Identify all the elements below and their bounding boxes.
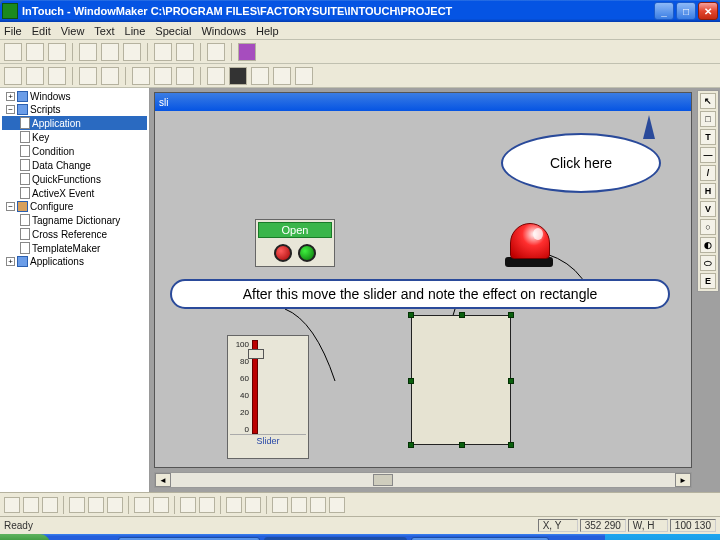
ellipse-tool-icon[interactable]: ⬭ [700,255,716,271]
snap-icon[interactable] [329,497,345,513]
slider-widget[interactable]: 100 80 60 40 20 0 Slider [227,335,309,459]
paste-icon[interactable] [123,43,141,61]
text-tool-icon[interactable]: T [700,129,716,145]
italic-icon[interactable] [26,67,44,85]
flipv-icon[interactable] [310,497,326,513]
open-panel[interactable]: Open [255,219,335,267]
document-titlebar[interactable]: sli [155,93,691,111]
tree-activex[interactable]: ActiveX Event [2,186,147,200]
menu-edit[interactable]: Edit [32,25,51,37]
minimize-button[interactable]: _ [654,2,674,20]
fontsize-up-icon[interactable] [79,67,97,85]
hsegment-tool-icon[interactable]: H [700,183,716,199]
resize-handle-ne[interactable] [508,312,514,318]
tree-key[interactable]: Key [2,130,147,144]
arc-tool-icon[interactable]: ◐ [700,237,716,253]
underline-icon[interactable] [48,67,66,85]
tree-quickfunctions[interactable]: QuickFunctions [2,172,147,186]
fontsize-down-icon[interactable] [101,67,119,85]
scroll-right-icon[interactable]: ► [675,473,691,487]
tree-datachange[interactable]: Data Change [2,158,147,172]
resize-handle-sw[interactable] [408,442,414,448]
menu-view[interactable]: View [61,25,85,37]
led-green-icon[interactable] [298,244,316,262]
document-window: sli Click here Open [154,92,692,468]
align-left-icon[interactable] [132,67,150,85]
distribute-h-icon[interactable] [134,497,150,513]
save-icon[interactable] [48,43,66,61]
rotate-icon[interactable] [272,497,288,513]
open-button[interactable]: Open [258,222,332,238]
tree-tagname[interactable]: Tagname Dictionary [2,213,147,227]
align-bottom-icon[interactable] [42,497,58,513]
fillcolor-icon[interactable] [229,67,247,85]
menu-file[interactable]: File [4,25,22,37]
menu-text[interactable]: Text [94,25,114,37]
alarm-light[interactable] [505,223,555,273]
distribute-v-icon[interactable] [153,497,169,513]
rect-tool-icon[interactable]: □ [700,111,716,127]
tree-condition[interactable]: Condition [2,144,147,158]
copy-icon[interactable] [79,43,97,61]
resize-handle-nw[interactable] [408,312,414,318]
align-right-icon[interactable] [176,67,194,85]
align-middle-icon[interactable] [23,497,39,513]
transparent-icon[interactable] [295,67,313,85]
e-tool-icon[interactable]: E [700,273,716,289]
align-hcenter-icon[interactable] [88,497,104,513]
resize-handle-n[interactable] [459,312,465,318]
tree-applications[interactable]: +Applications [2,255,147,268]
horizontal-scrollbar[interactable]: ◄ ► [154,472,692,488]
start-button[interactable]: start [0,534,50,540]
slider-rail[interactable] [252,340,258,434]
document-body[interactable]: Click here Open After this move the slid… [155,111,691,467]
tree-crossref[interactable]: Cross Reference [2,227,147,241]
bgcolor-icon[interactable] [273,67,291,85]
close-button[interactable]: ✕ [698,2,718,20]
scroll-left-icon[interactable]: ◄ [155,473,171,487]
hline-tool-icon[interactable]: — [700,147,716,163]
resize-handle-e[interactable] [508,378,514,384]
align-hleft-icon[interactable] [69,497,85,513]
slider-thumb[interactable] [248,349,264,359]
menu-special[interactable]: Special [155,25,191,37]
scroll-thumb[interactable] [373,474,393,486]
app-icon [2,3,18,19]
line-tool-icon[interactable]: / [700,165,716,181]
fliph-icon[interactable] [291,497,307,513]
menu-windows[interactable]: Windows [201,25,246,37]
open-icon[interactable] [26,43,44,61]
align-hright-icon[interactable] [107,497,123,513]
group-icon[interactable] [180,497,196,513]
menu-line[interactable]: Line [125,25,146,37]
resize-handle-s[interactable] [459,442,465,448]
front-icon[interactable] [226,497,242,513]
resize-handle-se[interactable] [508,442,514,448]
maximize-button[interactable]: □ [676,2,696,20]
tree-windows[interactable]: +Windows [2,90,147,103]
tree-configure[interactable]: −Configure [2,200,147,213]
cut-icon[interactable] [101,43,119,61]
linecolor-icon[interactable] [207,67,225,85]
circle-tool-icon[interactable]: ○ [700,219,716,235]
tree-scripts[interactable]: −Scripts [2,103,147,116]
led-red-icon[interactable] [274,244,292,262]
canvas-rectangle[interactable] [411,315,511,445]
vsegment-tool-icon[interactable]: V [700,201,716,217]
redo-icon[interactable] [176,43,194,61]
resize-handle-w[interactable] [408,378,414,384]
tree-template[interactable]: TemplateMaker [2,241,147,255]
new-icon[interactable] [4,43,22,61]
bold-icon[interactable] [4,67,22,85]
print-icon[interactable] [207,43,225,61]
back-icon[interactable] [245,497,261,513]
undo-icon[interactable] [154,43,172,61]
align-center-icon[interactable] [154,67,172,85]
align-top-icon[interactable] [4,497,20,513]
select-tool-icon[interactable]: ↖ [700,93,716,109]
tree-application[interactable]: Application [2,116,147,130]
menu-help[interactable]: Help [256,25,279,37]
ungroup-icon[interactable] [199,497,215,513]
textcolor-icon[interactable] [251,67,269,85]
wizard-icon[interactable] [238,43,256,61]
